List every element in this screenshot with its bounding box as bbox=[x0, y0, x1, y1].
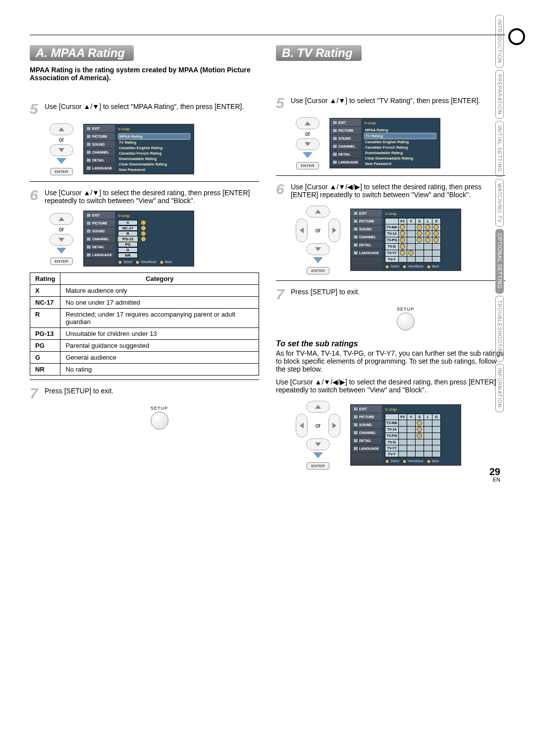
osd-side: DETAIL bbox=[92, 245, 105, 249]
osd-title: V-chip bbox=[118, 214, 190, 218]
cursor-right-icon bbox=[328, 218, 340, 242]
cell: General audience bbox=[60, 352, 259, 364]
osd-rating-r: R bbox=[118, 231, 138, 236]
osd-side: CHANNEL bbox=[338, 145, 355, 148]
b-step7: 7 Press [SETUP] to exit. bbox=[276, 287, 505, 302]
cell: R bbox=[30, 309, 60, 328]
column-b: B. TV Rating 5 Use [Cursor ▲/▼] to selec… bbox=[276, 45, 505, 476]
osd-status: Back bbox=[432, 459, 439, 463]
page-rule bbox=[30, 35, 505, 35]
hdr: FV bbox=[398, 414, 407, 420]
osd-vchip-menu-mpaa: EXIT PICTURE SOUND CHANNEL DETAIL LANGUA… bbox=[83, 124, 194, 174]
table-header-category: Category bbox=[60, 273, 259, 285]
a-step5: 5 Use [Cursor ▲/▼] to select "MPAA Ratin… bbox=[30, 102, 259, 116]
a-step7: 7 Press [SETUP] to exit. bbox=[30, 386, 259, 401]
cell: No rating bbox=[60, 364, 259, 376]
hdr: S bbox=[415, 218, 424, 224]
osd-side: EXIT bbox=[338, 121, 346, 124]
osd-side-exit: EXIT bbox=[92, 127, 100, 130]
hdr: L bbox=[424, 414, 432, 420]
lock-icon bbox=[141, 220, 146, 225]
osd-item: Canadian French Rating bbox=[118, 151, 190, 156]
b-step5-text: Use [Cursor ▲/▼] to select "TV Rating", … bbox=[291, 97, 480, 110]
osd-status-select: Select bbox=[123, 260, 132, 264]
osd-item: New Password bbox=[118, 167, 190, 172]
row: TV-Y bbox=[385, 256, 399, 262]
press-indicator-icon bbox=[313, 452, 323, 458]
press-indicator-icon bbox=[56, 248, 66, 254]
a-step6: 6 Use [Cursor ▲/▼] to select the desired… bbox=[30, 188, 259, 205]
cursor-down-icon bbox=[306, 243, 330, 255]
osd-side: PICTURE bbox=[92, 221, 107, 225]
osd-item: Canadian French Rating bbox=[364, 145, 436, 150]
osd-side: PICTURE bbox=[338, 129, 354, 132]
page-number: 29 bbox=[489, 466, 500, 478]
osd-side: CHANNEL bbox=[92, 237, 109, 241]
cursor-up-icon bbox=[306, 401, 330, 413]
step-number-7: 7 bbox=[276, 287, 287, 302]
osd-item: Downloadable Rating bbox=[364, 150, 436, 156]
row: TV-14 bbox=[385, 230, 399, 237]
osd-title: V-chip bbox=[118, 127, 190, 131]
setup-label: SETUP bbox=[59, 406, 259, 411]
press-indicator-icon bbox=[313, 257, 323, 263]
osd-status: View/Block bbox=[408, 459, 424, 463]
cell: X bbox=[30, 285, 60, 297]
osd-side: CHANNEL bbox=[359, 431, 376, 434]
cursor-down-icon bbox=[50, 234, 73, 246]
cell: Restricted; under 17 requires accompanyi… bbox=[60, 309, 259, 328]
or-label: or bbox=[50, 226, 73, 233]
enter-button-icon: ENTER bbox=[50, 168, 72, 175]
osd-item: Clear Downloadable Rating bbox=[364, 156, 436, 161]
enter-button-icon: ENTER bbox=[307, 267, 329, 274]
osd-item: Clear Downloadable Rating bbox=[118, 162, 190, 167]
cell: PG bbox=[30, 340, 60, 352]
cell: G bbox=[30, 352, 60, 364]
row: TV-14 bbox=[385, 426, 399, 432]
osd-status: Select bbox=[390, 265, 399, 268]
osd-title: V-chip bbox=[385, 407, 457, 412]
osd-status-back: Back bbox=[165, 260, 172, 264]
enter-button-icon: ENTER bbox=[296, 162, 319, 169]
step-number-6: 6 bbox=[276, 182, 287, 199]
section-b-title: B. TV Rating bbox=[276, 45, 362, 61]
tv-rating-grid: FVVSLD TV-MA TV-14 TV-PG TV-G TV-Y7 TV-Y bbox=[385, 218, 441, 263]
hdr: FV bbox=[398, 218, 407, 224]
cell: NR bbox=[30, 364, 60, 376]
osd-side-picture: PICTURE bbox=[92, 135, 107, 138]
osd-side: LANGUAGE bbox=[359, 447, 379, 450]
updown-cluster: or ENTER bbox=[50, 212, 73, 265]
osd-side: PICTURE bbox=[359, 415, 374, 419]
lock-icon bbox=[141, 225, 146, 231]
osd-item: Canadian English Rating bbox=[118, 145, 190, 151]
subratings-step: Use [Cursor ▲/▼/◀/▶] to select the desir… bbox=[276, 378, 505, 394]
cursor-up-icon bbox=[296, 117, 320, 129]
or-label: or bbox=[316, 422, 321, 429]
setup-label: SETUP bbox=[306, 307, 505, 312]
b-step5: 5 Use [Cursor ▲/▼] to select "TV Rating"… bbox=[276, 96, 505, 110]
osd-side: EXIT bbox=[359, 212, 367, 215]
osd-rating-pg13: PG-13 bbox=[118, 236, 138, 242]
cell: NC-17 bbox=[30, 297, 60, 309]
or-label: or bbox=[316, 227, 321, 234]
setup-cluster: SETUP bbox=[306, 307, 505, 330]
osd-side-detail: DETAIL bbox=[92, 159, 105, 162]
cell: Unsuitable for children under 13 bbox=[60, 328, 259, 340]
osd-status-viewblock: View/Block bbox=[141, 260, 157, 264]
row: TV-PG bbox=[385, 432, 399, 439]
osd-side: EXIT bbox=[92, 214, 100, 217]
osd-side: LANGUAGE bbox=[92, 253, 112, 257]
osd-item: New Password bbox=[364, 161, 436, 166]
table-header-rating: Rating bbox=[30, 273, 60, 285]
osd-title: V-chip bbox=[364, 121, 436, 125]
osd-mpaa-ratings: EXIT PICTURE SOUND CHANNEL DETAIL LANGUA… bbox=[83, 211, 194, 267]
subratings-heading: To set the sub ratings bbox=[276, 339, 505, 348]
cell: PG-13 bbox=[30, 328, 60, 340]
osd-item-tv-rating: TV Rating bbox=[364, 133, 436, 139]
press-indicator-icon bbox=[303, 152, 313, 158]
osd-item: Canadian English Rating bbox=[364, 139, 436, 145]
column-a: A. MPAA Rating MPAA Rating is the rating… bbox=[30, 45, 259, 476]
side-tab-preparation: PREPARATION bbox=[495, 70, 504, 119]
lock-icon bbox=[141, 231, 146, 236]
row: TV-MA bbox=[385, 224, 399, 230]
